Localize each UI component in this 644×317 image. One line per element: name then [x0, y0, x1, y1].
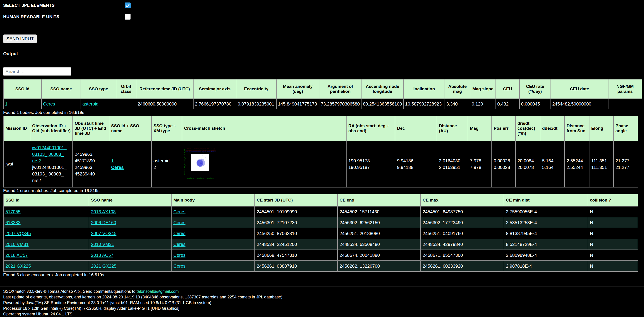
- observation-id-link[interactable]: jw01244001001_ 03103_ 00003_ nrs2: [32, 145, 66, 163]
- column-header: Pos err: [492, 116, 516, 141]
- sso-id-link[interactable]: 2010 VM31: [6, 242, 28, 247]
- elong-value: 111.351: [591, 164, 612, 171]
- cell-ce-max: 2448534. 42979840: [420, 239, 504, 250]
- cell-ce-start: 2456261. 03887910: [255, 260, 338, 272]
- sso-name-link[interactable]: 2018 AC57: [91, 253, 114, 258]
- cell-main-body: Ceres: [171, 228, 255, 239]
- column-header: Mag: [468, 116, 492, 141]
- cell-ra: 190.95178190.95187: [346, 141, 395, 187]
- main-body-link[interactable]: Ceres: [174, 220, 186, 225]
- select-jpl-checkbox[interactable]: [125, 2, 130, 8]
- elong-value: 111.351: [591, 158, 612, 164]
- column-header: Elong: [589, 116, 614, 141]
- sso-id-link[interactable]: 517055: [6, 209, 20, 214]
- main-body-link[interactable]: Ceres: [174, 231, 186, 236]
- send-input-button[interactable]: SEND INPUT: [3, 34, 37, 43]
- sso-type-link[interactable]: asteroid: [82, 102, 98, 106]
- cell-collision: N: [588, 206, 638, 217]
- ra-value: 190.95178: [348, 158, 393, 164]
- encounter-row: 2018 AC572018 AC57Ceres2458669. 47547310…: [4, 250, 638, 260]
- cell-collision: N: [588, 260, 638, 272]
- footer-credit-text: SSOXmatch v0.5-dev © Tomás Alonso Albi. …: [3, 289, 136, 294]
- column-header: Orbit class: [116, 79, 136, 99]
- main-body-link[interactable]: Ceres: [174, 209, 186, 214]
- sso-name-link[interactable]: 2006 DE160: [91, 220, 116, 225]
- cell-asc-node-longitude: 80.2541363556100: [361, 99, 404, 109]
- encounter-row: 6133832006 DE160Ceres2456301. 7210723024…: [4, 217, 638, 228]
- select-jpl-label: SELECT JPL ELEMENTS: [3, 3, 125, 8]
- svg-text:12h 43m 48.2s: 12h 43m 48.2s: [207, 178, 214, 179]
- phase-angle-value: 21.277: [616, 164, 636, 171]
- cell-ce-min-dist: 2.987818E-4: [504, 260, 588, 272]
- cell-orbit-class: [116, 99, 136, 109]
- cell-ce-end: 2458674. 20041890: [338, 250, 420, 260]
- select-jpl-row: SELECT JPL ELEMENTS: [3, 2, 644, 8]
- encounter-row: 2007 VQ3452007 VQ345Ceres2456250. 870623…: [4, 228, 638, 239]
- cell-sso-name: 2018 AC57: [89, 250, 171, 260]
- footer: SSOXmatch v0.5-dev © Tomás Alonso Albi. …: [3, 289, 644, 317]
- svg-text:9d 56' 28.8": 9d 56' 28.8": [184, 149, 185, 155]
- cell-inclination: 10.587902728923: [404, 99, 445, 109]
- cell-collision: N: [588, 228, 638, 239]
- cell-elong: 111.351111.351: [589, 141, 614, 187]
- cell-ce-max: 2458671. 85547300: [420, 250, 504, 260]
- column-header: Mission ID: [4, 116, 30, 141]
- cell-main-body: Ceres: [171, 239, 255, 250]
- ddec-dt-value: 5.164: [542, 158, 562, 164]
- svg-text:9d 56' 21.6": 9d 56' 21.6": [184, 169, 185, 175]
- sso-name-link[interactable]: 2013 AX108: [91, 209, 116, 214]
- email-link[interactable]: talonsoalbi@gmail.com: [136, 289, 178, 294]
- sso-id-name-link[interactable]: 1: [111, 158, 114, 163]
- ra-value: 190.95187: [348, 164, 393, 171]
- encounters-status: Found 6 close encounters. Job completed …: [3, 272, 644, 278]
- sso-id-name-item: 1: [111, 158, 150, 164]
- cell-obs-time: 2459963. 451718902459963. 45239440: [73, 141, 109, 187]
- encounter-row: 2021 GX2252021 GX225Ceres2456261. 038879…: [4, 260, 638, 272]
- cell-collision: N: [588, 217, 638, 228]
- sso-id-link[interactable]: 2007 VQ345: [6, 231, 31, 236]
- cell-mission-id: jwst: [4, 141, 30, 187]
- sso-id-link[interactable]: 1: [5, 102, 8, 106]
- main-body-link[interactable]: Ceres: [174, 253, 186, 258]
- sso-id-name-link[interactable]: Ceres: [111, 165, 124, 170]
- sso-name-link[interactable]: 2007 VQ345: [91, 231, 116, 236]
- mag-value: 7.978: [470, 164, 490, 171]
- dec-value: 9.94188: [397, 164, 435, 171]
- footer-java-line: Powered by Java(TM) SE Runtime Environme…: [3, 300, 644, 306]
- ssoxmatch-page: SELECT JPL ELEMENTS HUMAN READABLE UNITS…: [0, 0, 644, 317]
- column-header: CE end: [338, 194, 420, 206]
- search-input[interactable]: [3, 67, 71, 76]
- column-header: Mag slope: [470, 79, 496, 99]
- cell-ce-start: 2456301. 72107230: [255, 217, 338, 228]
- dec-value: 9.94186: [397, 158, 435, 164]
- main-body-link[interactable]: Ceres: [174, 264, 186, 268]
- human-readable-checkbox[interactable]: [125, 14, 130, 20]
- sso-name-link[interactable]: Ceres: [43, 102, 55, 106]
- cell-sso-id: 2021 GX225: [4, 260, 89, 272]
- cell-sso-type-xm: asteroid2: [152, 141, 182, 187]
- cell-sso-id: 1: [4, 99, 42, 109]
- crossmatch-header-row: Mission IDObservation ID + Oid (sub-iden…: [4, 116, 638, 141]
- main-body-link[interactable]: Ceres: [174, 242, 186, 247]
- cell-sso-name: 2021 GX225: [89, 260, 171, 272]
- sso-id-link[interactable]: 2021 GX225: [6, 264, 31, 268]
- sso-name-link[interactable]: 2021 GX225: [91, 264, 116, 268]
- cell-mag-slope: 0.120: [470, 99, 496, 109]
- svg-text:Observation synchronization 20: Observation synchronization 2023-01-18 2…: [186, 150, 216, 151]
- encounter-row: 5170552013 AX108Ceres2454501. 1010909024…: [4, 206, 638, 217]
- cell-sso-type: asteroid: [81, 99, 116, 109]
- cell-ddec-dt: 5.1645.164: [540, 141, 564, 187]
- sso-id-link[interactable]: 613383: [6, 220, 20, 225]
- cell-main-body: Ceres: [171, 206, 255, 217]
- sso-name-link[interactable]: 2010 VM31: [91, 242, 114, 247]
- cell-ce-max: 2454501. 64987750: [420, 206, 504, 217]
- svg-text:JWST Mission jw01244001001_031: JWST Mission jw01244001001_03103_00003_n…: [187, 148, 214, 150]
- column-header: CEU rate ("/day): [520, 79, 551, 99]
- encounter-row: 2010 VM312010 VM31Ceres2448534. 22451200…: [4, 239, 638, 250]
- cell-ce-min-dist: 2.53513253E-4: [504, 217, 588, 228]
- cell-ce-end: 2456262. 13220700: [338, 260, 420, 272]
- column-header: CE max: [420, 194, 504, 206]
- sso-id-link[interactable]: 2018 AC57: [6, 253, 28, 258]
- footer-credit-line: SSOXmatch v0.5-dev © Tomás Alonso Albi. …: [3, 289, 644, 294]
- cell-pos-err: 0.000280.00028: [492, 141, 516, 187]
